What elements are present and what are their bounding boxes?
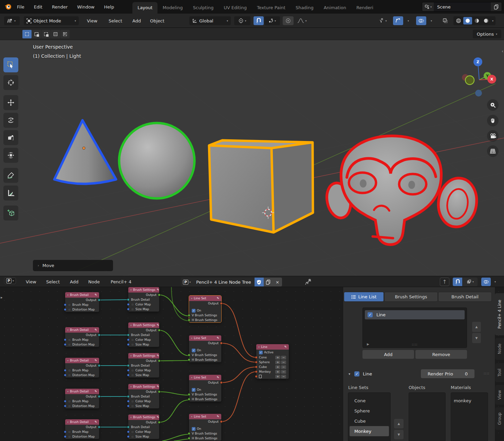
map-checkbox[interactable] (131, 369, 134, 372)
tab-modeling[interactable]: Modeling (157, 2, 188, 14)
input-socket[interactable] (127, 308, 130, 311)
output-socket[interactable] (220, 381, 223, 384)
add-slot-button[interactable]: + (275, 356, 280, 359)
input-socket[interactable] (64, 343, 67, 346)
input-socket[interactable] (127, 405, 130, 407)
pencil-icon[interactable]: ✎ (157, 385, 160, 388)
proportional-editing-toggle[interactable] (283, 16, 294, 25)
output-socket[interactable] (220, 302, 223, 305)
input-socket[interactable] (64, 405, 67, 407)
tab-animation[interactable]: Animation (319, 2, 351, 14)
pan-button[interactable] (487, 115, 499, 126)
input-socket[interactable] (127, 343, 130, 346)
node-line-set[interactable]: ▾Line Set✎ Output ✓On V Brush Settings H… (189, 335, 221, 362)
map-checkbox[interactable] (68, 338, 71, 341)
input-socket[interactable] (188, 314, 190, 317)
pivot-point-dropdown[interactable]: ▾ (234, 16, 250, 25)
map-checkbox[interactable] (131, 308, 134, 311)
node-brush-settings[interactable]: ▾Brush Settings✎ Output Brush Detail Col… (128, 287, 159, 312)
collapse-icon[interactable]: ▾ (130, 416, 132, 419)
collapse-icon[interactable]: ▾ (67, 329, 69, 332)
node-canvas[interactable]: ▸ (0, 287, 504, 441)
input-socket[interactable] (188, 398, 190, 401)
collapse-icon[interactable]: ▾ (191, 376, 192, 379)
region-tab-view[interactable]: View (495, 385, 504, 405)
tree-name[interactable]: Pencil+ 4 Line Node Tree (193, 278, 255, 286)
region-tab-pencil4-line[interactable]: Pencil+ 4 Line (495, 293, 504, 335)
input-socket[interactable] (64, 303, 67, 306)
shading-rendered-button[interactable] (482, 17, 490, 24)
output-socket[interactable] (98, 299, 100, 301)
node-line-set[interactable]: ▾Line Set✎ Output ✓On V Brush Settings H… (189, 414, 221, 441)
unlink-button[interactable]: × (273, 278, 282, 286)
tab-texture-paint[interactable]: Texture Paint (252, 2, 291, 14)
line-set-item[interactable]: Cone (348, 395, 390, 406)
map-checkbox[interactable] (131, 405, 134, 408)
node-editor-type-selector[interactable]: P▾ (4, 278, 16, 284)
mode-dropdown[interactable]: Object Mode ▾ (24, 16, 79, 25)
pencil-icon[interactable]: ✎ (217, 297, 219, 300)
collapse-icon[interactable]: ▾ (191, 415, 192, 418)
go-to-parent-button[interactable]: ↑ (440, 278, 449, 286)
map-checkbox[interactable] (68, 400, 71, 403)
map-checkbox[interactable] (131, 338, 134, 341)
on-checkbox[interactable]: ✓ (192, 309, 195, 313)
input-socket[interactable] (255, 361, 258, 364)
node-menu-select[interactable]: Select (41, 276, 64, 287)
tab-shading[interactable]: Shading (291, 2, 319, 14)
node-brush-detail[interactable]: ▾Brush Detail✎ Output Brush Map Distorti… (65, 327, 99, 347)
collapse-icon[interactable]: ▾ (67, 421, 69, 424)
menu-file[interactable]: File (12, 0, 29, 14)
fake-user-button[interactable] (255, 278, 264, 286)
map-checkbox[interactable] (131, 430, 134, 434)
region-expand-icon[interactable]: ▸ (1, 295, 3, 300)
scene-browse-button[interactable]: ▾ (422, 2, 434, 11)
tool-measure[interactable] (3, 186, 18, 200)
collapse-icon[interactable]: ▾ (67, 390, 69, 393)
input-socket[interactable] (188, 432, 190, 435)
input-socket[interactable] (188, 354, 190, 356)
add-button[interactable]: Add (362, 350, 414, 359)
remove-slot-button[interactable]: − (281, 370, 286, 374)
input-socket[interactable] (255, 370, 258, 373)
pin-icon[interactable] (305, 279, 312, 285)
menu-select[interactable]: Select (105, 14, 126, 28)
select-extend-button[interactable] (32, 30, 41, 38)
menu-view[interactable]: View (83, 14, 101, 28)
node-brush-settings[interactable]: ▾Brush Settings✎ Output Brush Detail Col… (128, 384, 159, 408)
shading-solid-button[interactable] (463, 17, 472, 24)
input-socket[interactable] (64, 430, 67, 433)
collapse-sidebar-icon[interactable]: ‹ (502, 49, 503, 54)
tab-line-list[interactable]: Line List (344, 292, 384, 302)
orthographic-toggle-button[interactable] (487, 145, 499, 157)
pencil-icon[interactable]: ✎ (94, 420, 97, 424)
input-socket[interactable] (64, 400, 67, 403)
tab-rendering[interactable]: Renderi (351, 2, 378, 14)
line-section-checkbox[interactable]: ✓ (354, 371, 359, 376)
input-socket[interactable] (255, 366, 258, 368)
tool-scale[interactable] (3, 130, 18, 145)
menu-window[interactable]: Window (72, 0, 99, 14)
input-socket[interactable] (127, 395, 130, 398)
map-checkbox[interactable] (131, 303, 134, 306)
menu-render[interactable]: Render (47, 0, 72, 14)
remove-slot-button[interactable]: − (281, 356, 286, 359)
snap-target-dropdown[interactable]: ▾ (264, 16, 280, 25)
input-socket[interactable] (188, 393, 190, 396)
on-checkbox[interactable]: ✓ (192, 349, 195, 352)
pencil-icon[interactable]: ✎ (217, 376, 219, 379)
line-set-item[interactable]: Cube (348, 416, 390, 426)
input-socket[interactable] (127, 334, 130, 336)
tool-annotate[interactable] (3, 168, 18, 183)
input-socket[interactable] (127, 298, 130, 301)
object-visibility-dropdown[interactable]: ▾ (375, 16, 390, 25)
input-socket[interactable] (127, 374, 130, 376)
add-slot-button[interactable]: + (275, 365, 280, 369)
select-invert-button[interactable] (51, 30, 60, 38)
on-checkbox[interactable]: ✓ (192, 427, 195, 431)
cube-object[interactable] (209, 140, 313, 232)
add-slot-button[interactable]: + (275, 370, 280, 374)
map-checkbox[interactable] (131, 374, 134, 377)
pencil-icon[interactable]: ✎ (217, 415, 219, 418)
output-socket[interactable] (98, 334, 100, 336)
